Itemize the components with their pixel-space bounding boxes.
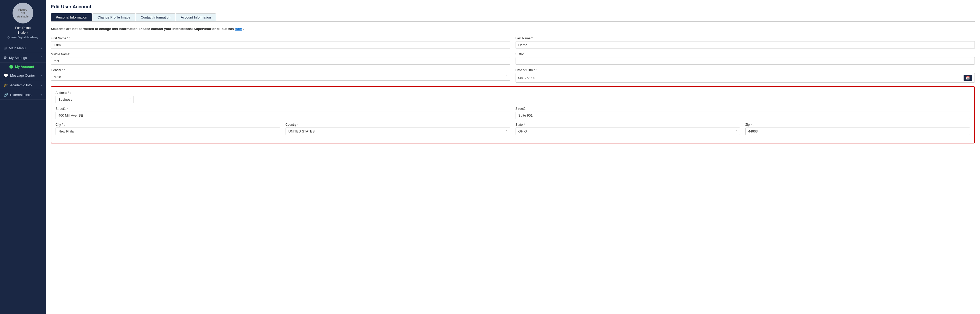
chevron-right-icon-2: › <box>41 74 42 77</box>
avatar-text: PictureNotAvailable <box>17 8 29 18</box>
country-select[interactable]: UNITED STATES ˅ <box>286 128 510 135</box>
name-row: First Name * : Last Name * : <box>51 37 975 49</box>
chevron-down-icon-state: ˅ <box>736 130 737 133</box>
sidebar-item-message-center[interactable]: 💬 Message Center › <box>0 71 46 80</box>
city-label: City * : <box>56 123 280 126</box>
sidebar-username: Edm Demo Student Quaker Digital Academy <box>8 26 38 40</box>
sidebar-item-academic-info[interactable]: 🎓 Academic Info › <box>0 80 46 90</box>
chevron-right-icon-4: › <box>41 93 42 96</box>
chevron-right-icon-3: › <box>41 83 42 86</box>
home-icon: ⊞ <box>4 46 7 50</box>
street2-group: Street2: <box>515 107 970 119</box>
country-group: Country * : UNITED STATES ˅ <box>286 123 510 135</box>
zip-label: Zip * : <box>745 123 970 126</box>
first-name-label: First Name * : <box>51 37 510 40</box>
info-notice: Students are not permitted to change thi… <box>51 26 975 32</box>
middle-name-label: Middle Name: <box>51 53 510 56</box>
address-label: Address * : <box>56 91 134 95</box>
address-type-group: Address * : Business ˅ <box>56 91 134 103</box>
sidebar-item-external-links[interactable]: 🔗 External Links › <box>0 90 46 100</box>
sidebar-item-my-account[interactable]: My Account <box>0 62 46 71</box>
state-group: State * : OHIO ˅ <box>515 123 740 135</box>
street2-label: Street2: <box>515 107 970 111</box>
sidebar-item-main-menu[interactable]: ⊞ Main Menu › <box>0 43 46 53</box>
suffix-label: Suffix: <box>515 53 975 56</box>
active-dot-icon <box>10 65 13 69</box>
sidebar-item-my-settings[interactable]: ⚙ My Settings ˅ <box>0 53 46 62</box>
state-label: State * : <box>515 123 740 126</box>
middle-name-group: Middle Name: <box>51 53 510 65</box>
street2-input[interactable] <box>515 112 970 119</box>
zip-group: Zip * : <box>745 123 970 135</box>
tab-personal-info[interactable]: Personal Information <box>51 13 92 21</box>
suffix-input[interactable] <box>515 57 975 65</box>
gender-dob-row: Gender * : Male ˅ Date of Birth * : 08/1… <box>51 69 975 83</box>
tabs: Personal Information Change Profile Imag… <box>51 13 975 22</box>
last-name-group: Last Name * : <box>515 37 975 49</box>
graduation-icon: 🎓 <box>4 83 8 87</box>
gender-group: Gender * : Male ˅ <box>51 69 510 83</box>
address-type-select[interactable]: Business ˅ <box>56 96 134 103</box>
gender-label: Gender * : <box>51 69 510 72</box>
tab-contact-info[interactable]: Contact Information <box>136 13 175 21</box>
avatar: PictureNotAvailable <box>13 3 33 24</box>
tab-account-info[interactable]: Account Information <box>176 13 216 21</box>
city-country-state-zip-row: City * : Country * : UNITED STATES ˅ Sta… <box>56 123 970 135</box>
state-select[interactable]: OHIO ˅ <box>515 128 740 135</box>
last-name-input[interactable] <box>515 41 975 49</box>
sidebar-nav: ⊞ Main Menu › ⚙ My Settings ˅ My Account… <box>0 43 46 100</box>
message-icon: 💬 <box>4 73 8 78</box>
dob-label: Date of Birth * : <box>515 69 975 72</box>
dob-field[interactable]: 08/17/2000 📅 <box>515 73 975 83</box>
main-content: Edit User Account Personal Information C… <box>46 0 980 314</box>
form-link[interactable]: form <box>235 27 242 31</box>
middle-suffix-row: Middle Name: Suffix: <box>51 53 975 65</box>
street1-label: Street1 * : <box>56 107 510 111</box>
address-section: Address * : Business ˅ Street1 * : Stree… <box>51 86 975 143</box>
calendar-icon[interactable]: 📅 <box>964 75 972 81</box>
page-title: Edit User Account <box>51 4 975 10</box>
chevron-right-icon: › <box>41 46 42 49</box>
chevron-down-icon-country: ˅ <box>506 130 508 133</box>
street-row: Street1 * : Street2: <box>56 107 970 119</box>
tab-change-profile-image[interactable]: Change Profile Image <box>92 13 135 21</box>
zip-input[interactable] <box>745 128 970 135</box>
sidebar: PictureNotAvailable Edm Demo Student Qua… <box>0 0 46 314</box>
city-group: City * : <box>56 123 280 135</box>
street1-group: Street1 * : <box>56 107 510 119</box>
address-type-row: Address * : Business ˅ <box>56 91 970 103</box>
street1-input[interactable] <box>56 112 510 119</box>
chevron-down-icon-address: ˅ <box>129 98 131 101</box>
last-name-label: Last Name * : <box>515 37 975 40</box>
first-name-group: First Name * : <box>51 37 510 49</box>
dob-group: Date of Birth * : 08/17/2000 📅 <box>515 69 975 83</box>
chevron-down-icon: ˅ <box>40 56 42 59</box>
link-icon: 🔗 <box>4 92 8 97</box>
chevron-down-icon-gender: ˅ <box>506 75 508 78</box>
middle-name-input[interactable] <box>51 57 510 65</box>
suffix-group: Suffix: <box>515 53 975 65</box>
personal-info-section: First Name * : Last Name * : Middle Name… <box>51 37 975 83</box>
city-input[interactable] <box>56 128 280 135</box>
gear-icon: ⚙ <box>4 56 7 60</box>
first-name-input[interactable] <box>51 41 510 49</box>
gender-select[interactable]: Male ˅ <box>51 73 510 81</box>
country-label: Country * : <box>286 123 510 126</box>
